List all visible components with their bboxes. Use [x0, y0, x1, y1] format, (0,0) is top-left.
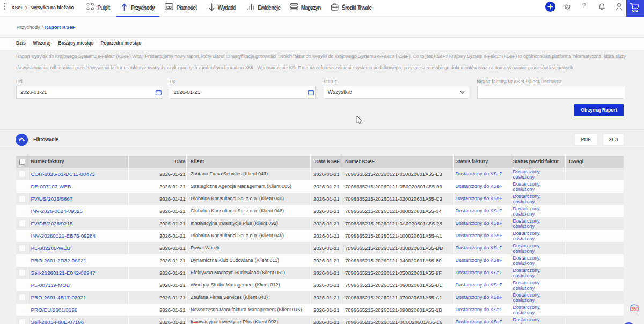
svg-text:360: 360 [631, 306, 639, 312]
